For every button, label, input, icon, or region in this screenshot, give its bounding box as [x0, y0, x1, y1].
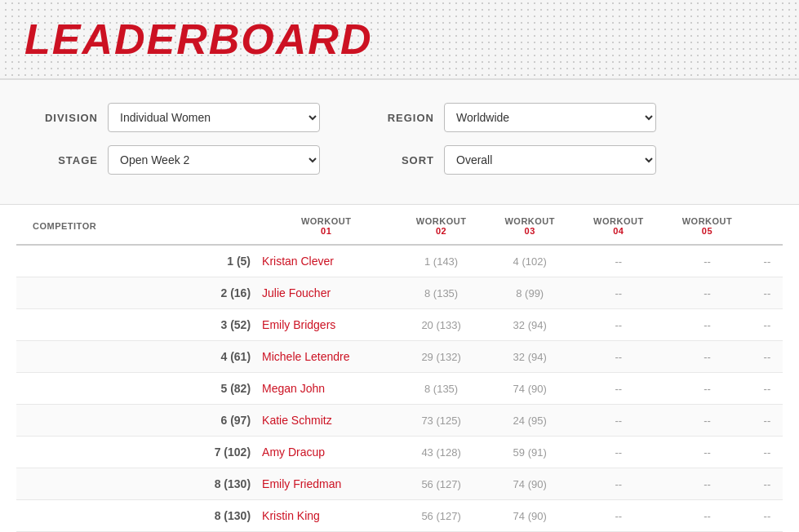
competitor-name-cell[interactable]: Julie Foucher [255, 277, 397, 309]
col-header-workout04: WORKOUT 04 [575, 205, 664, 245]
w04-cell: -- [663, 277, 752, 309]
sort-label: SORT [369, 154, 434, 166]
leaderboard-table-container: COMPETITOR WORKOUT 01 WORKOUT 02 WORKOUT… [0, 205, 799, 532]
page-header: LEADERBOARD [0, 0, 799, 80]
rank-cell: 8 (130) [16, 500, 255, 532]
competitor-name-cell[interactable]: Kristin King [255, 500, 397, 532]
table-row: 5 (82) Megan John 8 (135) 74 (90) -- -- … [16, 373, 783, 405]
competitor-link[interactable]: Michele Letendre [262, 350, 349, 363]
competitor-name-cell[interactable]: Katie Schmitz [255, 405, 397, 437]
competitor-link[interactable]: Julie Foucher [262, 286, 331, 299]
page-title: LEADERBOARD [24, 16, 372, 63]
w03-cell: -- [575, 373, 664, 405]
competitor-name-cell[interactable]: Emily Bridgers [255, 309, 397, 341]
w04-cell: -- [663, 468, 752, 500]
w03-cell: -- [575, 341, 664, 373]
competitor-link[interactable]: Kristan Clever [262, 255, 334, 268]
w03-cell: -- [575, 437, 664, 468]
w01-cell: 56 (127) [397, 468, 486, 500]
controls-row-2: STAGE Open Week 1 Open Week 2 Open Week … [33, 145, 766, 175]
w03-cell: -- [575, 309, 664, 341]
rank-cell: 1 (5) [16, 245, 255, 277]
w05-cell: -- [752, 309, 783, 341]
w02-cell: 8 (99) [486, 277, 575, 309]
w03-cell: -- [575, 277, 664, 309]
w01-cell: 1 (143) [397, 245, 486, 277]
competitor-link[interactable]: Amy Dracup [262, 446, 325, 459]
w02-cell: 74 (90) [486, 500, 575, 532]
w01-cell: 29 (132) [397, 341, 486, 373]
competitor-link[interactable]: Megan John [262, 382, 325, 395]
w05-cell: -- [752, 468, 783, 500]
competitor-name-cell[interactable]: Michele Letendre [255, 341, 397, 373]
w05-cell: -- [752, 341, 783, 373]
w05-cell: -- [752, 373, 783, 405]
w02-cell: 32 (94) [486, 341, 575, 373]
w02-cell: 32 (94) [486, 309, 575, 341]
w05-cell: -- [752, 405, 783, 437]
stage-label: STAGE [33, 154, 98, 166]
w01-cell: 73 (125) [397, 405, 486, 437]
rank-cell: 2 (16) [16, 277, 255, 309]
competitor-name-cell[interactable]: Megan John [255, 373, 397, 405]
table-row: 2 (16) Julie Foucher 8 (135) 8 (99) -- -… [16, 277, 783, 309]
rank-cell: 4 (61) [16, 341, 255, 373]
w01-cell: 56 (127) [397, 500, 486, 532]
w05-cell: -- [752, 277, 783, 309]
division-label: DIVISION [33, 112, 98, 124]
col-header-workout03: WORKOUT 03 [486, 205, 575, 245]
col-header-workout01: WORKOUT 01 [255, 205, 397, 245]
table-header-row: COMPETITOR WORKOUT 01 WORKOUT 02 WORKOUT… [16, 205, 783, 245]
w03-cell: -- [575, 500, 664, 532]
competitor-link[interactable]: Emily Bridgers [262, 318, 335, 331]
w03-cell: -- [575, 468, 664, 500]
w02-cell: 74 (90) [486, 373, 575, 405]
table-row: 6 (97) Katie Schmitz 73 (125) 24 (95) --… [16, 405, 783, 437]
w01-cell: 8 (135) [397, 277, 486, 309]
table-row: 7 (102) Amy Dracup 43 (128) 59 (91) -- -… [16, 437, 783, 468]
controls-section: DIVISION Individual Women Individual Men… [0, 80, 799, 205]
w04-cell: -- [663, 309, 752, 341]
w02-cell: 74 (90) [486, 468, 575, 500]
w04-cell: -- [663, 405, 752, 437]
sort-select[interactable]: Overall Workout 01 Workout 02 Workout 03… [444, 145, 656, 175]
table-row: 3 (52) Emily Bridgers 20 (133) 32 (94) -… [16, 309, 783, 341]
w01-cell: 8 (135) [397, 373, 486, 405]
col-header-workout02: WORKOUT 02 [397, 205, 486, 245]
competitor-link[interactable]: Katie Schmitz [262, 414, 332, 427]
w05-cell: -- [752, 500, 783, 532]
region-control: REGION Worldwide North America Europe As… [369, 103, 656, 132]
table-body: 1 (5) Kristan Clever 1 (143) 4 (102) -- … [16, 245, 783, 532]
competitor-link[interactable]: Kristin King [262, 509, 320, 522]
stage-select[interactable]: Open Week 1 Open Week 2 Open Week 3 Open… [108, 145, 320, 175]
w03-cell: -- [575, 245, 664, 277]
main-content: DIVISION Individual Women Individual Men… [0, 80, 799, 532]
competitor-name-cell[interactable]: Emily Friedman [255, 468, 397, 500]
rank-cell: 8 (130) [16, 468, 255, 500]
competitor-name-cell[interactable]: Kristan Clever [255, 245, 397, 277]
table-row: 1 (5) Kristan Clever 1 (143) 4 (102) -- … [16, 245, 783, 277]
competitor-link[interactable]: Emily Friedman [262, 477, 341, 490]
table-row: 8 (130) Emily Friedman 56 (127) 74 (90) … [16, 468, 783, 500]
w04-cell: -- [663, 373, 752, 405]
w04-cell: -- [663, 437, 752, 468]
w01-cell: 43 (128) [397, 437, 486, 468]
w02-cell: 59 (91) [486, 437, 575, 468]
competitor-name-cell[interactable]: Amy Dracup [255, 437, 397, 468]
w04-cell: -- [663, 500, 752, 532]
table-row: 8 (130) Kristin King 56 (127) 74 (90) --… [16, 500, 783, 532]
leaderboard-table: COMPETITOR WORKOUT 01 WORKOUT 02 WORKOUT… [16, 205, 783, 532]
w01-cell: 20 (133) [397, 309, 486, 341]
rank-cell: 5 (82) [16, 373, 255, 405]
w05-cell: -- [752, 245, 783, 277]
w02-cell: 4 (102) [486, 245, 575, 277]
region-select[interactable]: Worldwide North America Europe Asia Sout… [444, 103, 656, 132]
division-select[interactable]: Individual Women Individual Men Masters … [108, 103, 320, 132]
rank-cell: 7 (102) [16, 437, 255, 468]
controls-row-1: DIVISION Individual Women Individual Men… [33, 103, 766, 132]
w05-cell: -- [752, 437, 783, 468]
rank-cell: 3 (52) [16, 309, 255, 341]
table-row: 4 (61) Michele Letendre 29 (132) 32 (94)… [16, 341, 783, 373]
w03-cell: -- [575, 405, 664, 437]
col-header-competitor: COMPETITOR [16, 205, 255, 245]
